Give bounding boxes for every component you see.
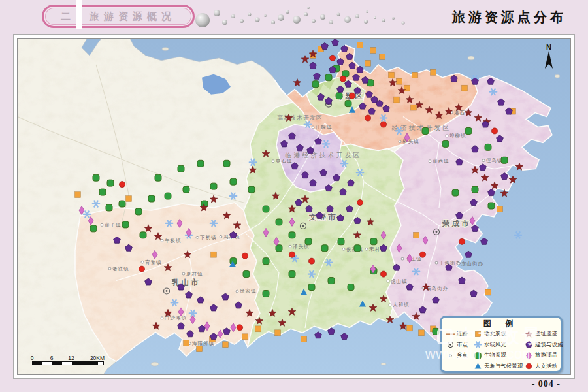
legend-item-label: 市点 [457, 341, 468, 349]
section-title-capsule: 二、旅游资源概况 [42, 5, 195, 28]
page-header: 二、旅游资源概况 旅游资源点分布 [0, 0, 588, 34]
diamond-legend-icon [524, 351, 534, 361]
scale-bar: 061220KM [32, 355, 104, 365]
legend-item: 乡点 [446, 350, 473, 361]
legend-item-label: 人文活动 [535, 363, 557, 370]
town-label: 崖子镇 [105, 222, 121, 228]
town-symbol [399, 140, 401, 143]
legend-item-label: 乡点 [457, 351, 468, 359]
town-symbol [401, 257, 404, 260]
town-symbol [312, 126, 314, 129]
zone-label: 高新技术开发区 [277, 114, 323, 121]
decorative-bubbles-icon [191, 0, 426, 34]
triangle-legend-icon [473, 361, 483, 371]
square-legend-icon [473, 329, 483, 339]
cityring-legend-icon [446, 340, 455, 350]
city-label: 文登市 [308, 212, 337, 221]
scale-tick: 12 [68, 355, 74, 361]
town-label: 桥头镇 [402, 139, 419, 144]
header-divider [76, 0, 82, 29]
pentagon-legend-icon [524, 340, 534, 350]
legend-item-label: 遗址遗迹 [535, 330, 557, 338]
legend-item-label: 水域风光 [484, 341, 506, 349]
legend-item: 地文景观 [473, 329, 524, 340]
town-label: 育黎镇 [145, 259, 161, 265]
rounded-legend-icon [473, 351, 483, 361]
legend-column-base: 道路市点乡点 [446, 329, 473, 372]
town-symbol [161, 317, 163, 319]
town-symbol [220, 235, 222, 238]
scale-ticks: 061220KM [32, 355, 104, 361]
north-arrow-icon [544, 50, 554, 70]
page-footer: - 004 - [0, 379, 588, 392]
zone-label: 临港经济技术开发区 [286, 152, 362, 159]
towndot-legend-icon [446, 351, 455, 361]
legend-title: 图 例 [446, 319, 557, 329]
town-symbol [389, 304, 391, 306]
star-legend-icon [524, 329, 534, 339]
map-canvas[interactable]: 崖子镇午极镇下初镇冯家镇诸往镇育黎镇夏村镇白沙滩镇海阳所镇徐家镇汪疃镇界石镇桥头… [17, 38, 571, 375]
north-arrow: N [542, 44, 556, 73]
legend-item-label: 地文景观 [484, 330, 506, 338]
legend-item-label: 道路 [457, 330, 468, 338]
town-label: 东山街办 [461, 261, 483, 267]
town-symbol [342, 248, 345, 250]
town-symbol [182, 272, 185, 275]
legend-item: 人文活动 [524, 361, 557, 372]
legend-item: 遗址遗迹 [524, 329, 557, 340]
page-number: - 004 - [532, 379, 561, 389]
legend-item: 天象与气候景观 [473, 361, 524, 372]
town-label: 俚岛镇 [486, 157, 502, 163]
north-label: N [542, 44, 556, 50]
town-symbol [108, 267, 111, 270]
legend-item: 水域风光 [473, 340, 524, 351]
town-symbol [196, 236, 199, 238]
circle-legend-icon [524, 361, 534, 371]
map-panel: 崖子镇午极镇下初镇冯家镇诸往镇育黎镇夏村镇白沙滩镇海阳所镇徐家镇汪疃镇界石镇桥头… [13, 34, 575, 379]
legend-item: 建筑与设施 [524, 340, 557, 351]
page: 二、旅游资源概况 旅游资源点分布 [0, 0, 588, 392]
snowflake-legend-icon [473, 340, 483, 350]
town-symbol [101, 223, 103, 226]
road-legend-icon [446, 329, 455, 339]
legend-item-label: 生物景观 [484, 351, 506, 359]
legend-item-label: 建筑与设施 [535, 341, 563, 349]
town-label: 崖西镇 [433, 158, 449, 164]
town-label: 午极镇 [164, 238, 181, 244]
town-symbol [387, 280, 389, 282]
city-label: 荣成市 [442, 219, 470, 227]
town-label: 虎山镇 [391, 278, 407, 284]
scale-bar-strip [32, 361, 104, 365]
town-label: 夏村镇 [186, 271, 203, 277]
map-legend: 图 例 道路市点乡点 地文景观水域风光生物景观天象与气候景观 遗址遗迹建筑与设施… [440, 316, 563, 373]
legend-column-culture: 遗址遗迹建筑与设施旅游商品人文活动 [524, 329, 557, 372]
town-label: 界石镇 [276, 158, 292, 164]
legend-item: 旅游商品 [524, 350, 557, 361]
legend-item: 道路 [446, 329, 473, 340]
town-symbol [457, 262, 460, 265]
town-symbol [482, 159, 485, 162]
town-symbol [446, 135, 448, 137]
town-label: 下初镇 [200, 235, 216, 240]
town-symbol [141, 261, 144, 263]
town-symbol [429, 160, 431, 163]
town-label: 人和镇 [393, 302, 409, 308]
town-symbol [435, 261, 438, 264]
page-title: 旅游资源点分布 [452, 8, 566, 26]
town-symbol [272, 160, 274, 163]
legend-item-label: 天象与气候景观 [484, 363, 523, 370]
town-label: 白沙滩镇 [165, 315, 187, 321]
town-label: 埠柳镇 [449, 133, 466, 139]
legend-item: 市点 [446, 340, 473, 351]
legend-item-label: 旅游商品 [535, 351, 557, 359]
town-symbol [289, 245, 291, 248]
scale-tick: 6 [50, 355, 54, 361]
town-label: 诸往镇 [112, 266, 129, 272]
scale-tick: 0 [31, 355, 34, 361]
town-label: 徐家镇 [240, 289, 256, 295]
legend-column-nature: 地文景观水域风光生物景观天象与气候景观 [473, 329, 524, 372]
scale-tick: 20KM [90, 355, 105, 361]
town-symbol [161, 239, 163, 242]
town-symbol [236, 290, 238, 293]
city-label: 乳山市 [171, 278, 200, 286]
